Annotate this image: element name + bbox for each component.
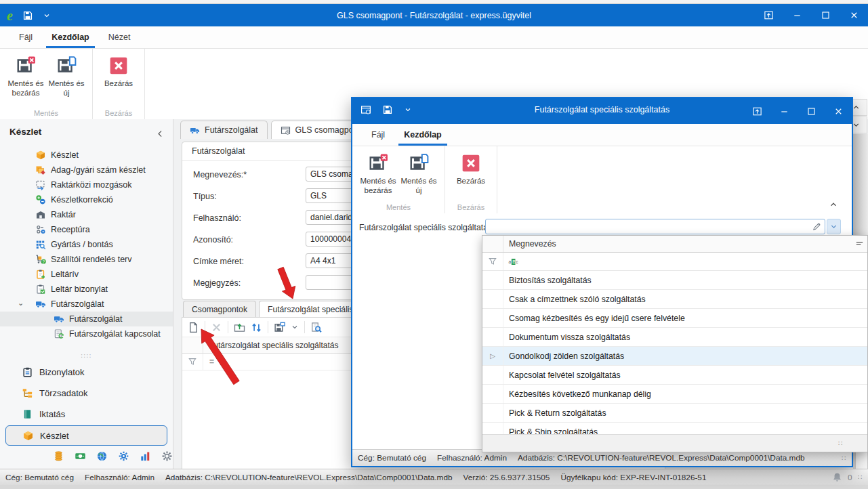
- minimize-button[interactable]: [783, 4, 811, 26]
- popup-filter-row[interactable]: aBc: [482, 253, 867, 271]
- delete-icon[interactable]: [211, 322, 222, 333]
- service-combo[interactable]: [485, 219, 825, 234]
- nav-item-label: Készlet: [40, 431, 69, 441]
- chevron-down-icon: [829, 222, 838, 231]
- sidebar-item-lelt-r-bizonylat[interactable]: Leltár bizonylat: [0, 282, 173, 297]
- truck-icon: [54, 314, 64, 324]
- dialog-close-form-button[interactable]: Bezárás: [451, 150, 491, 186]
- bell-icon[interactable]: [832, 472, 842, 482]
- filing-icon: [22, 408, 33, 420]
- dialog-tab-fajl[interactable]: Fájl: [362, 124, 394, 146]
- chart-icon: [140, 450, 151, 462]
- cash-icon: [75, 450, 86, 462]
- sidebar-item-fut-rszolg-lat[interactable]: Futárszolgálat: [0, 312, 173, 326]
- coins-icon[interactable]: [53, 450, 64, 462]
- statusbar-grip[interactable]: ∷: [858, 473, 863, 481]
- document-tab-fut-rszolg-lat[interactable]: Futárszolgálat: [180, 121, 268, 139]
- dialog-save-and-new-label: Mentés és új: [398, 177, 439, 196]
- sort-icon[interactable]: [251, 322, 262, 333]
- sidebar-item-label: Leltárív: [51, 270, 79, 279]
- new-doc-icon[interactable]: [188, 322, 199, 333]
- invdoc-icon: [35, 284, 46, 295]
- import-icon[interactable]: [234, 322, 245, 333]
- dropdown-row-kapcsolat-felv-tel-szolg-ltat-s[interactable]: Kapcsolat felvétel szolgáltatás: [482, 366, 867, 385]
- service-combo-dropdown-button[interactable]: [827, 219, 841, 234]
- close-button[interactable]: [840, 4, 868, 26]
- close-form-button[interactable]: Bezárás: [98, 53, 139, 89]
- dialog-maximize-button[interactable]: [798, 98, 825, 124]
- quick-access-chevron-icon[interactable]: [43, 12, 51, 20]
- pin-window-button[interactable]: [754, 4, 783, 26]
- quick-save-icon[interactable]: [22, 10, 33, 21]
- tab-nezet[interactable]: Nézet: [99, 26, 140, 48]
- popup-resize-grip[interactable]: ∷: [838, 440, 843, 447]
- nav-item-k-szlet[interactable]: Készlet: [5, 425, 167, 446]
- nav-item-label: Iktatás: [39, 409, 65, 419]
- sidebar-item-fut-rszolg-lat-kapcsolat[interactable]: Futárszolgálat kapcsolat: [0, 326, 173, 341]
- sheet-icon: [35, 269, 46, 280]
- dialog-statusbar-grip[interactable]: ∷: [842, 454, 846, 462]
- dropdown-row-k-zbes-t-s-k-vetkez-munkanap-d-lig[interactable]: Kézbesítés következő munkanap délig: [482, 385, 867, 404]
- dialog-close-button[interactable]: [825, 98, 852, 124]
- chevron-down-icon[interactable]: [291, 323, 299, 331]
- toolbar-separator: [228, 321, 228, 333]
- column-menu-icon[interactable]: [854, 238, 865, 249]
- service-dropdown-popup: Megnevezés aBc Biztosítás szolgáltatásCs…: [482, 235, 868, 452]
- sidebar-title: Készlet: [9, 127, 41, 137]
- sidebar-item-sz-ll-t-i-rendel-s-terv[interactable]: ?Szállítói rendelés terv: [0, 252, 173, 267]
- popup-column-header[interactable]: Megnevezés: [482, 236, 867, 253]
- save-and-close-button[interactable]: Mentés és bezárás: [5, 53, 46, 98]
- sidebar-item-label: Gyártás / bontás: [51, 240, 113, 249]
- dropdown-row-label: Csak a címzettnek szóló szolgáltatás: [503, 295, 646, 304]
- gear-icon[interactable]: [118, 450, 129, 462]
- tab-kezdolap[interactable]: Kezdőlap: [42, 26, 99, 48]
- dialog-pin-button[interactable]: [743, 98, 770, 124]
- dropdown-row-biztos-t-s-szolg-ltat-s[interactable]: Biztosítás szolgáltatás: [482, 271, 867, 290]
- dialog-quick-access-chevron-icon[interactable]: [404, 106, 412, 114]
- close-icon: [833, 106, 844, 116]
- master-icon: [22, 387, 33, 399]
- popup-column-title: Megnevezés: [503, 239, 556, 249]
- dropdown-row-dokumentum-vissza-szolg-ltat-s[interactable]: Dokumentum vissza szolgáltatás: [482, 328, 867, 347]
- filter-funnel-icon: [188, 357, 197, 366]
- dialog-minimize-button[interactable]: [770, 98, 798, 124]
- tab-fajl[interactable]: Fájl: [9, 26, 42, 48]
- preview-icon[interactable]: [310, 322, 322, 333]
- sidebar-splitter-grip[interactable]: ∷∷: [0, 352, 173, 360]
- sidebar-item-recept-ra[interactable]: Receptúra: [0, 222, 173, 237]
- save-and-new-button[interactable]: Mentés és új: [46, 53, 87, 98]
- nav-item-bizonylatok[interactable]: Bizonylatok: [0, 362, 173, 383]
- dialog-quick-save-icon[interactable]: [382, 104, 393, 115]
- settings-icon[interactable]: [161, 450, 173, 462]
- dialog-tab-kezdolap[interactable]: Kezdőlap: [394, 124, 451, 146]
- detail-tab-csomagpontok[interactable]: Csomagpontok: [183, 301, 256, 318]
- dropdown-row-gondolkodj-z-lden-szolg-ltat-s[interactable]: ▷Gondolkodj zölden szolgáltatás: [482, 347, 867, 366]
- sidebar-collapse-button[interactable]: [152, 126, 167, 141]
- chart-icon[interactable]: [140, 450, 151, 462]
- sidebar-item-gy-rt-s-bont-s[interactable]: Gyártás / bontás: [0, 237, 173, 252]
- dropdown-row-pick-return-szolg-ltat-s[interactable]: Pick & Return szolgáltatás: [482, 404, 867, 423]
- status-segment: Cég: Bemutató cég: [358, 453, 426, 463]
- sidebar-item-k-szletkorrekci[interactable]: Készletkorrekció: [0, 192, 173, 207]
- dialog-save-and-close-button[interactable]: Mentés és bezárás: [358, 150, 398, 196]
- dropdown-row-csomag-k-zbes-t-s-s-egy-idej-csere-felv-tele[interactable]: Csomag kézbesítés és egy idejű csere fel…: [482, 309, 867, 328]
- save-layout-icon[interactable]: [274, 322, 285, 333]
- globe-icon[interactable]: [96, 450, 108, 462]
- sidebar-item-rakt-rk-zi-mozg-sok[interactable]: Raktárközi mozgások: [0, 177, 173, 192]
- dropdown-row-csak-a-c-mzettnek-sz-l-szolg-ltat-s[interactable]: Csak a címzettnek szóló szolgáltatás: [482, 290, 867, 309]
- dialog-save-and-new-button[interactable]: Mentés és új: [398, 150, 439, 196]
- nav-item-t-rzsadatok[interactable]: Törzsadatok: [0, 383, 173, 404]
- dialog-ribbon-collapse-button[interactable]: [826, 198, 841, 211]
- maximize-button[interactable]: [811, 4, 840, 26]
- sidebar-item-lelt-r-v[interactable]: Leltárív: [0, 267, 173, 282]
- maximize-icon: [821, 10, 831, 20]
- sidebar-item-rakt-r[interactable]: Raktár: [0, 207, 173, 222]
- dropdown-row-label: Kézbesítés következő munkanap délig: [503, 389, 651, 399]
- sidebar-item-k-szlet[interactable]: Készlet: [0, 148, 173, 163]
- expander-chevron-icon[interactable]: ⌄: [18, 299, 24, 307]
- cash-icon[interactable]: [75, 450, 86, 462]
- sidebar-item-fut-rszolg-lat[interactable]: ⌄Futárszolgálat: [0, 297, 173, 312]
- service-combo-input[interactable]: [486, 219, 812, 234]
- sidebar-item-adag-gy-ri-sz-m-k-szlet[interactable]: Adag-/gyári szám készlet: [0, 163, 173, 177]
- nav-item-iktat-s[interactable]: Iktatás: [0, 404, 173, 425]
